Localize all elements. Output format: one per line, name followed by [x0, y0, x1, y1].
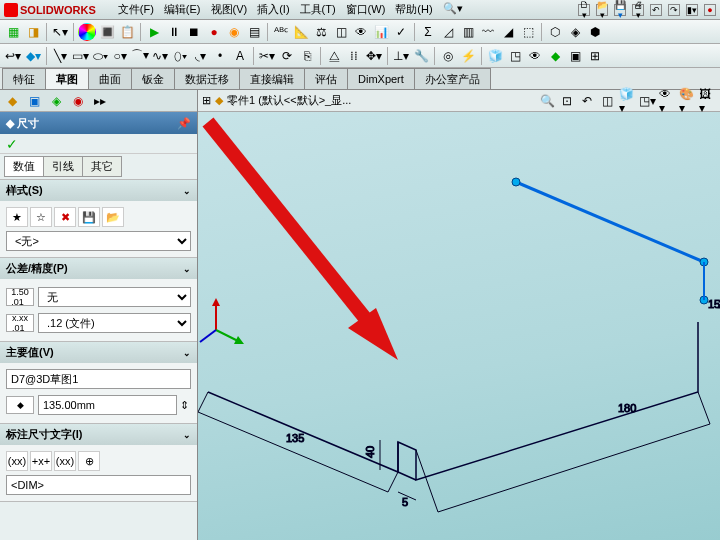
select-cursor-icon[interactable]: ↖▾: [51, 23, 69, 41]
sketch-icon[interactable]: ▦: [4, 23, 22, 41]
zebra-icon[interactable]: ▥: [459, 23, 477, 41]
zoom-area-icon[interactable]: ⊡: [558, 92, 576, 110]
text-icon[interactable]: A: [231, 47, 249, 65]
display-mode-icon[interactable]: ◳▾: [638, 92, 656, 110]
point-icon[interactable]: •: [211, 47, 229, 65]
print-icon[interactable]: 🖨▾: [632, 4, 644, 16]
line-icon[interactable]: ╲▾: [51, 47, 69, 65]
style-header[interactable]: 样式(S)⌄: [0, 180, 197, 201]
dimtext-b3[interactable]: (xx): [54, 451, 76, 471]
tab-office[interactable]: 办公室产品: [414, 68, 491, 89]
tab-surface[interactable]: 曲面: [88, 68, 132, 89]
view-orient-icon[interactable]: 🧊: [486, 47, 504, 65]
check-icon[interactable]: ✓: [392, 23, 410, 41]
hide-items-icon[interactable]: 👁▾: [658, 92, 676, 110]
rel-icon[interactable]: ⊥▾: [392, 47, 410, 65]
record-icon[interactable]: ●: [205, 23, 223, 41]
menu-edit[interactable]: 编辑(E): [160, 1, 205, 18]
rapid-icon[interactable]: ⚡: [459, 47, 477, 65]
tab-sketch[interactable]: 草图: [45, 68, 89, 89]
play-icon[interactable]: ▶: [145, 23, 163, 41]
undo-icon[interactable]: ↶: [650, 4, 662, 16]
graphics-area[interactable]: ⊞ ◆ 零件1 (默认<<默认>_显... 🔍 ⊡ ↶ ◫ 🧊▾ ◳▾ 👁▾ 🎨…: [198, 90, 720, 540]
dimtext-b2[interactable]: +x+: [30, 451, 52, 471]
offset-icon[interactable]: ⎘: [298, 47, 316, 65]
prev-view-icon[interactable]: ↶: [578, 92, 596, 110]
view-cube-icon[interactable]: 🧊▾: [618, 92, 636, 110]
eq-icon[interactable]: Σ: [419, 23, 437, 41]
menu-insert[interactable]: 插入(I): [253, 1, 293, 18]
section-view-icon[interactable]: ◫: [598, 92, 616, 110]
zoom-fit-icon[interactable]: 🔍: [538, 92, 556, 110]
selected-edge[interactable]: [512, 178, 708, 304]
subtab-leaders[interactable]: 引线: [43, 156, 83, 177]
trim-icon[interactable]: ✂▾: [258, 47, 276, 65]
spline-icon[interactable]: ∿▾: [151, 47, 169, 65]
dimtext-center-icon[interactable]: ⊕: [78, 451, 100, 471]
dimtext-b1[interactable]: (xx): [6, 451, 28, 471]
menu-search-icon[interactable]: 🔍▾: [439, 1, 467, 18]
dimxpert-tree-icon[interactable]: ◉: [68, 92, 88, 110]
rebuild-icon[interactable]: ●: [704, 4, 716, 16]
open-doc-icon[interactable]: 📂▾: [596, 4, 608, 16]
scene-icon[interactable]: 📋: [118, 23, 136, 41]
edit-scene-icon[interactable]: 🎨▾: [678, 92, 696, 110]
style-del-icon[interactable]: ✖: [54, 207, 76, 227]
dim-name-input[interactable]: [6, 369, 191, 389]
dimensions[interactable]: 135 180 15 15 40 5: [198, 298, 720, 512]
misc3-icon[interactable]: ⬢: [586, 23, 604, 41]
draft-icon[interactable]: ◢: [499, 23, 517, 41]
anim-icon[interactable]: ▤: [245, 23, 263, 41]
repair-icon[interactable]: 🔧: [412, 47, 430, 65]
style-fav2-icon[interactable]: ☆: [30, 207, 52, 227]
convert-icon[interactable]: ⟳: [278, 47, 296, 65]
quick-snap-icon[interactable]: ◎: [439, 47, 457, 65]
primary-header[interactable]: 主要值(V)⌄: [0, 342, 197, 363]
mirror-icon[interactable]: ⧋: [325, 47, 343, 65]
sketch-geometry[interactable]: [208, 322, 698, 480]
rect-icon[interactable]: ▭▾: [71, 47, 89, 65]
apply-scene-icon[interactable]: 🖼▾: [698, 92, 716, 110]
deviation-icon[interactable]: ◿: [439, 23, 457, 41]
pin-icon[interactable]: 📌: [177, 117, 191, 130]
subtab-value[interactable]: 数值: [4, 156, 44, 177]
mass-icon[interactable]: ⚖: [312, 23, 330, 41]
ok-button[interactable]: ✓: [6, 136, 18, 152]
pause-icon[interactable]: ⏸: [165, 23, 183, 41]
stop-icon[interactable]: ⏹: [185, 23, 203, 41]
redo-icon[interactable]: ↷: [668, 4, 680, 16]
tab-features[interactable]: 特征: [2, 68, 46, 89]
tab-evaluate[interactable]: 评估: [304, 68, 348, 89]
disp-style-icon[interactable]: ◳: [506, 47, 524, 65]
tab-dimxpert[interactable]: DimXpert: [347, 68, 415, 89]
propmgr-icon[interactable]: ▣: [24, 92, 44, 110]
menu-window[interactable]: 窗口(W): [342, 1, 390, 18]
tol-header[interactable]: 公差/精度(P)⌄: [0, 258, 197, 279]
sketch-canvas[interactable]: 135 180 15 15 40 5: [198, 112, 720, 540]
style-save-icon[interactable]: 💾: [78, 207, 100, 227]
sensor-icon[interactable]: 👁: [352, 23, 370, 41]
spinner-icon[interactable]: ⇕: [177, 399, 191, 412]
display-icon[interactable]: ▸▸: [90, 92, 110, 110]
3dsketch-icon[interactable]: ◨: [24, 23, 42, 41]
tab-datamigration[interactable]: 数据迁移: [174, 68, 240, 89]
stat-icon[interactable]: 📊: [372, 23, 390, 41]
doc-name[interactable]: 零件1 (默认<<默认>_显...: [227, 93, 351, 108]
misc4-icon[interactable]: ◆: [546, 47, 564, 65]
texture-icon[interactable]: 🔳: [98, 23, 116, 41]
menu-file[interactable]: 文件(F): [114, 1, 158, 18]
style-select[interactable]: <无>: [6, 231, 191, 251]
precision-select[interactable]: .12 (文件): [38, 313, 191, 333]
config-icon[interactable]: ◈: [46, 92, 66, 110]
menu-view[interactable]: 视图(V): [207, 1, 252, 18]
misc5-icon[interactable]: ▣: [566, 47, 584, 65]
feature-tree-icon[interactable]: ◆: [2, 92, 22, 110]
dim-value-input[interactable]: [38, 395, 177, 415]
curvature-icon[interactable]: 〰: [479, 23, 497, 41]
subtab-other[interactable]: 其它: [82, 156, 122, 177]
tab-directedit[interactable]: 直接编辑: [239, 68, 305, 89]
new-doc-icon[interactable]: 🗋▾: [578, 4, 590, 16]
smart-dim-icon[interactable]: ◆▾: [24, 47, 42, 65]
section-icon[interactable]: ◫: [332, 23, 350, 41]
measure-icon[interactable]: 📐: [292, 23, 310, 41]
